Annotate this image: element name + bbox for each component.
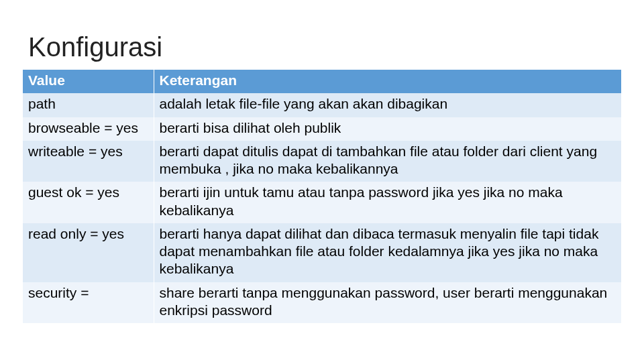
config-table: Value Keterangan path adalah letak file-… [23,70,621,323]
slide: Konfigurasi Value Keterangan path adalah… [0,0,644,362]
cell-value: path [23,93,154,117]
cell-desc: berarti ijin untuk tamu atau tanpa passw… [154,182,621,223]
cell-value: read only = yes [23,223,154,282]
cell-value: browseable = yes [23,117,154,141]
table-header-row: Value Keterangan [23,70,621,93]
table-row: writeable = yes berarti dapat ditulis da… [23,141,621,182]
page-title: Konfigurasi [28,32,621,62]
cell-desc: adalah letak file-file yang akan akan di… [154,93,621,117]
table-row: guest ok = yes berarti ijin untuk tamu a… [23,182,621,223]
table-row: read only = yes berarti hanya dapat dili… [23,223,621,282]
col-header-value: Value [23,70,154,93]
cell-value: security = [23,282,154,324]
cell-desc: berarti dapat ditulis dapat di tambahkan… [154,141,621,182]
table-row: security = share berarti tanpa menggunak… [23,282,621,324]
table-row: browseable = yes berarti bisa dilihat ol… [23,117,621,141]
cell-desc: share berarti tanpa menggunakan password… [154,282,621,324]
cell-value: writeable = yes [23,141,154,182]
cell-value: guest ok = yes [23,182,154,223]
cell-desc: berarti hanya dapat dilihat dan dibaca t… [154,223,621,282]
col-header-keterangan: Keterangan [154,70,621,93]
cell-desc: berarti bisa dilihat oleh publik [154,117,621,141]
table-row: path adalah letak file-file yang akan ak… [23,93,621,117]
